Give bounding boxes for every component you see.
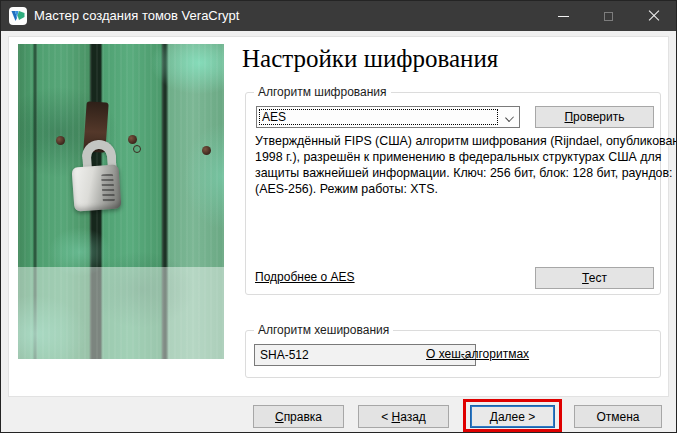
back-button[interactable]: < Назад: [358, 405, 449, 428]
bolt-detail: [202, 146, 211, 155]
back-button-label: азад: [400, 410, 426, 424]
content-panel: VeraCrypt Настройки шифрования Алгоритм …: [8, 36, 669, 397]
next-button-label: алее >: [498, 410, 535, 424]
padlock-scratches: [101, 174, 115, 203]
cancel-button[interactable]: Отмена: [574, 405, 662, 428]
encryption-algorithm-dropdown[interactable]: AES: [256, 106, 520, 128]
encryption-algorithm-group: Алгоритм шифрования AES Проверить Утверж…: [245, 92, 661, 295]
veracrypt-app-icon: [9, 7, 27, 25]
page-title: Настройки шифрования: [242, 45, 498, 73]
help-button-mnemonic: С: [275, 410, 284, 424]
focus-rect: [259, 109, 498, 125]
test-button-label: ест: [589, 271, 607, 285]
chevron-down-icon: [505, 113, 514, 122]
minimize-button[interactable]: [541, 1, 586, 31]
description-line: (AES-256). Режим работы: XTS.: [255, 181, 677, 197]
back-button-prefix: <: [381, 410, 391, 424]
hash-group-label: Алгоритм хеширования: [254, 323, 393, 337]
window-title: Мастер создания томов VeraCrypt: [34, 8, 239, 23]
next-button-mnemonic: Д: [490, 410, 498, 424]
logo-band: VeraCrypt: [18, 267, 224, 359]
description-line: защиты важнейшей информации. Ключ: 256 б…: [255, 165, 677, 181]
help-button-label: правка: [284, 410, 322, 424]
bolt-detail: [56, 136, 65, 145]
veracrypt-wizard-window: Мастер создания томов VeraCrypt: [0, 0, 677, 433]
hash-algorithms-link[interactable]: О хеш-алгоритмах: [426, 347, 529, 361]
maximize-icon: [604, 12, 613, 21]
minimize-icon: [558, 16, 569, 17]
verify-button-mnemonic: П: [564, 110, 573, 124]
verify-button-label: роверить: [573, 110, 624, 124]
close-icon: [648, 10, 660, 22]
test-button-mnemonic: Т: [582, 271, 589, 285]
help-button[interactable]: Справка: [253, 405, 344, 428]
maximize-button[interactable]: [586, 1, 631, 31]
test-button[interactable]: Тест: [535, 267, 654, 289]
door-photo: VeraCrypt: [18, 44, 224, 359]
more-about-aes-link[interactable]: Подробнее о AES: [255, 270, 355, 284]
hash-algorithm-group: Алгоритм хеширования SHA-512 О хеш-алгор…: [245, 330, 661, 378]
bolt-ring-detail: [133, 145, 141, 153]
back-button-mnemonic: Н: [391, 410, 400, 424]
next-button[interactable]: Далее >: [470, 405, 555, 428]
algorithm-description: Утверждённый FIPS (США) алгоритм шифрова…: [255, 133, 677, 197]
description-line: Утверждённый FIPS (США) алгоритм шифрова…: [255, 133, 677, 149]
description-line: 1998 г.), разрешён к применению в федера…: [255, 149, 677, 165]
bolt-detail: [128, 135, 137, 144]
hash-algorithm-value: SHA-512: [255, 348, 309, 362]
titlebar: Мастер создания томов VeraCrypt: [1, 1, 676, 31]
verify-button[interactable]: Проверить: [535, 106, 654, 128]
close-button[interactable]: [631, 1, 676, 31]
encryption-group-label: Алгоритм шифрования: [254, 85, 391, 99]
